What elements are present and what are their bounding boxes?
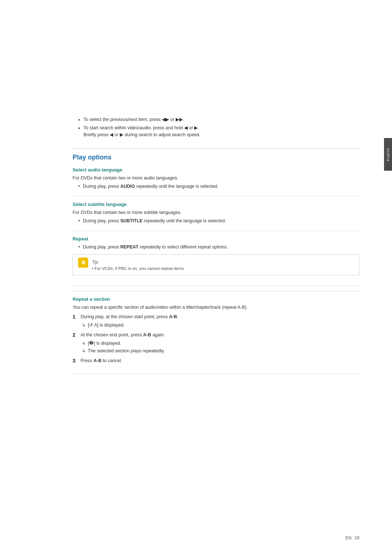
section-divider-repeat <box>73 291 359 291</box>
step-3-number: 3 <box>73 357 81 365</box>
step-1-number: 1 <box>73 313 81 321</box>
step-3-text: Press A-B to cancel. <box>81 357 359 364</box>
intro-bullet-1: To select the previous/next item, press … <box>83 116 359 123</box>
page-number: 19 <box>355 535 359 540</box>
select-subtitle-heading: Select subtitle language <box>73 202 359 207</box>
select-audio-bullet: • During play, press AUDIO repeatedly un… <box>73 183 359 190</box>
tip-text: • For VCDs, if PBC is on, you cannot rep… <box>92 266 354 272</box>
step-3-content: Press A-B to cancel. <box>81 357 359 366</box>
tip-box: ✳ Tip • For VCDs, if PBC is on, you cann… <box>73 254 359 275</box>
step-2-text: At the chosen end point, press A-B again… <box>81 332 359 339</box>
step-2-content: At the chosen end point, press A-B again… <box>81 332 359 355</box>
repeat-section-heading: Repeat a section <box>73 296 359 302</box>
section-divider-top <box>73 148 359 149</box>
select-subtitle-body: For DVDs that contain two or more subtit… <box>73 209 359 216</box>
step-1-arrow-text: [↺ A] is displayed. <box>88 322 124 329</box>
tip-label: Tip <box>92 260 354 265</box>
repeat-bullet: • During play, press REPEAT repeatedly t… <box>73 244 359 251</box>
main-content: To select the previous/next item, press … <box>0 0 392 401</box>
tip-content: Tip • For VCDs, if PBC is on, you cannot… <box>92 258 354 272</box>
step-2-arrow-1: ↳ [�] is displayed. <box>81 340 359 347</box>
repeat-section-body: You can repeat a specific section of aud… <box>73 304 359 311</box>
step-1-content: During play, at the chosen start point, … <box>81 313 359 329</box>
step-2-arrow-text-2: The selected section plays repeatedly. <box>88 348 165 355</box>
repeat-section-block: Repeat a section You can repeat a specif… <box>73 296 359 374</box>
select-subtitle-bullet: • During play, press SUBTITLE repeatedly… <box>73 218 359 224</box>
side-tab: English <box>384 138 392 171</box>
tip-icon: ✳ <box>78 258 88 268</box>
side-tab-label: English <box>386 148 390 161</box>
arrow-symbol-3: ↳ <box>82 348 86 354</box>
page-label: EN <box>346 535 352 540</box>
step-1-text: During play, at the chosen start point, … <box>81 313 359 320</box>
intro-bullets: To select the previous/next item, press … <box>73 116 359 138</box>
page-footer: EN 19 <box>346 535 359 540</box>
select-subtitle-block: Select subtitle language For DVDs that c… <box>73 202 359 231</box>
arrow-symbol-1: ↳ <box>82 322 86 328</box>
repeat-heading: Repeat <box>73 236 359 242</box>
step-1: 1 During play, at the chosen start point… <box>73 313 359 329</box>
page-wrapper: English To select the previous/next item… <box>0 0 392 555</box>
select-audio-heading: Select audio language <box>73 167 359 173</box>
bullet-dot: • <box>78 183 80 190</box>
step-1-arrow-1: ↳ [↺ A] is displayed. <box>81 322 359 329</box>
step-2: 2 At the chosen end point, press A-B aga… <box>73 332 359 355</box>
select-audio-body: For DVDs that contain two or more audio … <box>73 175 359 182</box>
play-options-heading: Play options <box>73 154 359 162</box>
intro-bullet-2: To start search within video/audio, pres… <box>83 125 359 138</box>
numbered-list: 1 During play, at the chosen start point… <box>73 313 359 366</box>
step-2-arrow-text-1: [�] is displayed. <box>88 340 121 347</box>
step-2-arrow-2: ↳ The selected section plays repeatedly. <box>81 348 359 355</box>
arrow-symbol-2: ↳ <box>82 340 86 347</box>
select-audio-block: Select audio language For DVDs that cont… <box>73 167 359 197</box>
select-audio-bullet-text: During play, press AUDIO repeatedly unti… <box>83 183 219 190</box>
select-subtitle-bullet-text: During play, press SUBTITLE repeatedly u… <box>83 218 226 224</box>
step-3: 3 Press A-B to cancel. <box>73 357 359 366</box>
step-2-number: 2 <box>73 332 81 339</box>
bullet-dot-2: • <box>78 218 80 224</box>
repeat-block: Repeat • During play, press REPEAT repea… <box>73 236 359 285</box>
bullet-dot-3: • <box>78 244 80 251</box>
repeat-bullet-text: During play, press REPEAT repeatedly to … <box>83 244 228 251</box>
